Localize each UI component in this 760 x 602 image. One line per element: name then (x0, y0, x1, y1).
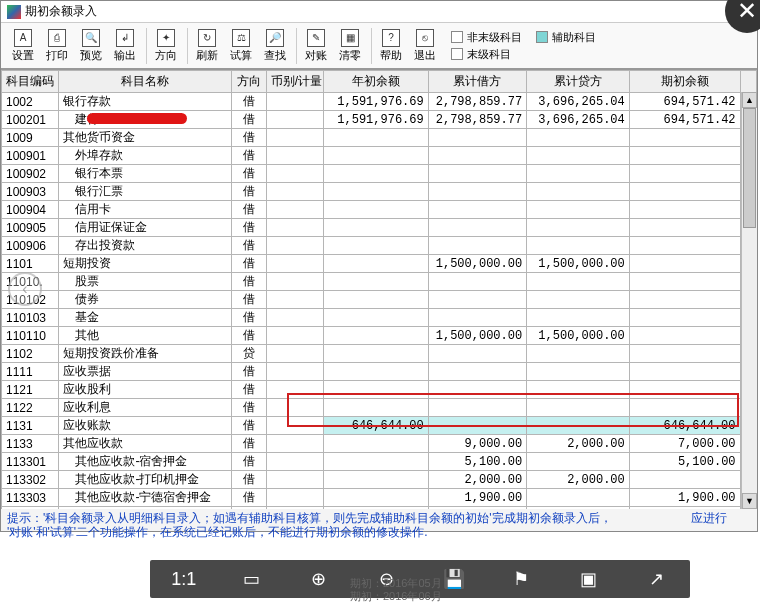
cell[interactable]: 1101 (2, 255, 59, 273)
cell[interactable]: 借 (231, 399, 266, 417)
退出-button[interactable]: ⎋退出 (409, 26, 441, 66)
cell[interactable] (527, 363, 630, 381)
cell[interactable]: 股票 (59, 273, 231, 291)
cell[interactable] (428, 507, 526, 510)
cell[interactable]: 借 (231, 327, 266, 345)
cell[interactable] (527, 489, 630, 507)
column-header[interactable]: 方向 (231, 71, 266, 93)
cell[interactable] (629, 183, 740, 201)
预览-button[interactable]: 🔍预览 (75, 26, 107, 66)
cell[interactable]: 1002 (2, 93, 59, 111)
cell[interactable] (266, 489, 323, 507)
cell[interactable]: 1111 (2, 363, 59, 381)
cell[interactable] (428, 273, 526, 291)
cell[interactable] (266, 435, 323, 453)
table-row[interactable]: 1133其他应收款借9,000.002,000.007,000.00 (2, 435, 757, 453)
cell[interactable]: 债券 (59, 291, 231, 309)
cell[interactable] (266, 201, 323, 219)
cell[interactable] (324, 237, 429, 255)
cell[interactable] (629, 345, 740, 363)
cell[interactable] (527, 453, 630, 471)
cell[interactable]: 借 (231, 93, 266, 111)
fit-screen-button[interactable]: ▭ (234, 565, 268, 593)
cell[interactable]: 1,591,976.69 (324, 111, 429, 129)
column-header[interactable]: 科目名称 (59, 71, 231, 93)
cell[interactable] (527, 183, 630, 201)
vertical-scrollbar[interactable]: ▲ ▼ (741, 92, 757, 509)
cell[interactable]: 应收票据 (59, 363, 231, 381)
table-row[interactable]: 1122应收利息借 (2, 399, 757, 417)
table-row[interactable]: 100201建行借1,591,976.692,798,859.773,696,2… (2, 111, 757, 129)
cell[interactable]: -646,644.00 (324, 417, 429, 435)
cell[interactable]: 信用证保证金 (59, 219, 231, 237)
table-row[interactable]: 110102债券借 (2, 291, 757, 309)
scroll-up-button[interactable]: ▲ (742, 92, 757, 108)
cell[interactable] (266, 291, 323, 309)
cell[interactable]: 1,900.00 (428, 489, 526, 507)
cell[interactable]: 110110 (2, 327, 59, 345)
cell[interactable] (266, 327, 323, 345)
cell[interactable]: 借 (231, 237, 266, 255)
cell[interactable] (266, 471, 323, 489)
cell[interactable] (266, 255, 323, 273)
cell[interactable] (324, 471, 429, 489)
cell[interactable] (629, 507, 740, 510)
cell[interactable] (266, 129, 323, 147)
cell[interactable]: 113302 (2, 471, 59, 489)
cell[interactable] (324, 399, 429, 417)
cell[interactable]: 基金 (59, 309, 231, 327)
cell[interactable] (266, 111, 323, 129)
cell[interactable] (629, 147, 740, 165)
cell[interactable]: 应收利息 (59, 399, 231, 417)
table-row[interactable]: 100906存出投资款借 (2, 237, 757, 255)
table-row[interactable]: 11010.股票借 (2, 273, 757, 291)
cell[interactable] (428, 399, 526, 417)
cell[interactable] (266, 381, 323, 399)
cell[interactable]: 应收账款 (59, 417, 231, 435)
cell[interactable]: 应收股利 (59, 381, 231, 399)
cell[interactable] (527, 381, 630, 399)
column-header[interactable]: 币别/计量 (266, 71, 323, 93)
cell[interactable]: 1,900.00 (629, 489, 740, 507)
cell[interactable]: 3,696,265.04 (527, 93, 630, 111)
cell[interactable] (324, 219, 429, 237)
帮助-button[interactable]: ?帮助 (375, 26, 407, 66)
查找-button[interactable]: 🔎查找 (259, 26, 291, 66)
cell[interactable]: 7,000.00 (629, 435, 740, 453)
cell[interactable] (629, 201, 740, 219)
cell[interactable]: -646,644.00 (629, 417, 740, 435)
cell[interactable]: 借 (231, 381, 266, 399)
bookmark-button[interactable]: ⚑ (504, 565, 538, 593)
cell[interactable] (324, 183, 429, 201)
cell[interactable]: 借 (231, 417, 266, 435)
cell[interactable] (428, 381, 526, 399)
cell[interactable]: 借 (231, 165, 266, 183)
cell[interactable] (324, 165, 429, 183)
cell[interactable] (629, 129, 740, 147)
table-row[interactable]: 110110其他借1,500,000.001,500,000.00 (2, 327, 757, 345)
cell[interactable]: 借 (231, 219, 266, 237)
cell[interactable]: 1133 (2, 435, 59, 453)
cell[interactable] (527, 507, 630, 510)
cell[interactable] (527, 237, 630, 255)
cell[interactable]: 借 (231, 255, 266, 273)
cell[interactable]: 贷 (231, 345, 266, 363)
cell[interactable] (428, 165, 526, 183)
cell[interactable]: 2,000.00 (527, 471, 630, 489)
cell[interactable] (324, 129, 429, 147)
cell[interactable]: 5,100.00 (428, 453, 526, 471)
cell[interactable]: 2,798,859.77 (428, 111, 526, 129)
cell[interactable]: 113301 (2, 453, 59, 471)
cell[interactable]: 其他应收款-打印机押金 (59, 471, 231, 489)
cell[interactable]: 2,798,859.77 (428, 93, 526, 111)
cell[interactable]: 坏账准备 (59, 507, 231, 510)
cell[interactable]: 1,500,000.00 (527, 255, 630, 273)
cell[interactable]: 694,571.42 (629, 93, 740, 111)
cell[interactable]: 100901 (2, 147, 59, 165)
scroll-down-button[interactable]: ▼ (742, 493, 757, 509)
cell[interactable]: 113303 (2, 489, 59, 507)
cell[interactable]: 贷 (231, 507, 266, 510)
cell[interactable] (266, 183, 323, 201)
cell[interactable] (428, 363, 526, 381)
设置-button[interactable]: A设置 (7, 26, 39, 66)
